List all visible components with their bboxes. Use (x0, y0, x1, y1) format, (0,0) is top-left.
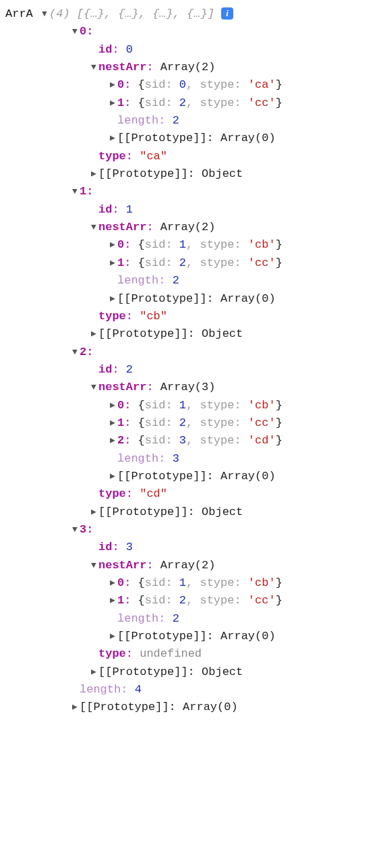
prop-type-row[interactable]: type: "ca" (5, 148, 382, 165)
chevron-right-icon[interactable]: ▶ (108, 256, 117, 270)
nest-proto-row[interactable]: ▶[[Prototype]]: Array(0) (5, 468, 382, 485)
prop-value: 2 (173, 612, 179, 625)
nest-item-row[interactable]: ▶0: {sid: 1, stype: 'cb'} (5, 397, 382, 414)
prop-value: 2 (173, 274, 179, 287)
chevron-down-icon[interactable]: ▼ (40, 7, 49, 21)
prop-id-row[interactable]: id: 3 (5, 539, 382, 556)
nest-sid: 2 (179, 416, 186, 429)
prop-value: "cd" (140, 487, 167, 500)
nest-item-row[interactable]: ▶1: {sid: 2, stype: 'cc'} (5, 414, 382, 432)
chevron-right-icon[interactable]: ▶ (108, 78, 117, 92)
chevron-right-icon[interactable]: ▶ (108, 132, 117, 145)
chevron-right-icon[interactable]: ▶ (89, 167, 98, 181)
prop-value: "ca" (140, 150, 167, 163)
prop-key: nestArr (98, 559, 146, 572)
chevron-right-icon[interactable]: ▶ (108, 416, 117, 430)
prop-id-row[interactable]: id: 0 (5, 41, 382, 59)
prop-key: id (98, 43, 112, 56)
chevron-down-icon[interactable]: ▼ (70, 185, 80, 198)
prop-type-row[interactable]: type: "cd" (5, 485, 382, 503)
obj-proto-row[interactable]: ▶[[Prototype]]: Object (5, 504, 382, 521)
nest-stype: 'cb' (248, 399, 276, 412)
prop-value: 2 (173, 114, 179, 127)
index-key: 3 (80, 523, 86, 536)
prop-type-row[interactable]: type: undefined (5, 645, 382, 663)
nest-length-row[interactable]: length: 2 (5, 610, 382, 628)
nest-proto-row[interactable]: ▶[[Prototype]]: Array(0) (5, 130, 382, 147)
chevron-right-icon[interactable]: ▶ (108, 97, 117, 110)
chevron-down-icon[interactable]: ▼ (89, 381, 98, 394)
chevron-down-icon[interactable]: ▼ (89, 221, 98, 234)
nest-length-row[interactable]: length: 3 (5, 450, 382, 468)
outer-length-row[interactable]: length: 4 (5, 681, 382, 699)
chevron-right-icon[interactable]: ▶ (108, 470, 117, 483)
nest-index: 2 (117, 434, 124, 447)
outer-proto-row[interactable]: ▶[[Prototype]]: Array(0) (5, 699, 382, 716)
nest-sid: 1 (179, 399, 186, 412)
chevron-right-icon[interactable]: ▶ (70, 701, 80, 714)
prop-value: Array(3) (160, 381, 216, 394)
prop-value: 3 (126, 541, 133, 553)
array-index-row[interactable]: ▼2: (5, 344, 382, 361)
nest-index: 1 (117, 594, 124, 607)
nest-item-row[interactable]: ▶2: {sid: 3, stype: 'cd'} (5, 432, 382, 450)
chevron-right-icon[interactable]: ▶ (108, 434, 117, 447)
chevron-right-icon[interactable]: ▶ (108, 292, 117, 306)
root-count: (4) (49, 7, 70, 20)
chevron-right-icon[interactable]: ▶ (108, 594, 117, 607)
nest-item-row[interactable]: ▶0: {sid: 1, stype: 'cb'} (5, 236, 382, 254)
prop-type-row[interactable]: type: "cb" (5, 308, 382, 325)
chevron-down-icon[interactable]: ▼ (89, 559, 98, 572)
array-index-row[interactable]: ▼1: (5, 183, 382, 200)
prop-id-row[interactable]: id: 2 (5, 361, 382, 379)
prop-key: nestArr (98, 221, 146, 234)
prop-key: type (98, 150, 126, 163)
obj-proto-row[interactable]: ▶[[Prototype]]: Object (5, 663, 382, 681)
nest-item-row[interactable]: ▶0: {sid: 1, stype: 'cb'} (5, 574, 382, 592)
prop-nestarr-row[interactable]: ▼nestArr: Array(2) (5, 59, 382, 76)
prop-value: Array(2) (160, 559, 216, 572)
proto-label: [[Prototype]]: Array(0) (117, 470, 276, 483)
nest-index: 1 (117, 416, 124, 429)
info-icon[interactable]: i (221, 7, 233, 20)
prop-key: length (80, 683, 121, 696)
nest-stype: 'cd' (248, 434, 276, 447)
console-root-row[interactable]: ArrA ▼(4) [{…}, {…}, {…}, {…}] i (5, 5, 382, 23)
chevron-right-icon[interactable]: ▶ (108, 630, 117, 643)
chevron-right-icon[interactable]: ▶ (108, 238, 117, 252)
prop-nestarr-row[interactable]: ▼nestArr: Array(2) (5, 219, 382, 236)
chevron-right-icon[interactable]: ▶ (89, 666, 98, 679)
array-index-row[interactable]: ▼0: (5, 23, 382, 40)
prop-value: 4 (135, 683, 142, 696)
prop-id-row[interactable]: id: 1 (5, 201, 382, 219)
obj-proto-row[interactable]: ▶[[Prototype]]: Object (5, 165, 382, 183)
obj-proto-row[interactable]: ▶[[Prototype]]: Object (5, 325, 382, 343)
prop-nestarr-row[interactable]: ▼nestArr: Array(3) (5, 379, 382, 396)
prop-key: type (98, 310, 126, 323)
prop-nestarr-row[interactable]: ▼nestArr: Array(2) (5, 557, 382, 574)
prop-value: "cb" (140, 310, 167, 323)
chevron-down-icon[interactable]: ▼ (70, 346, 80, 359)
nest-item-row[interactable]: ▶0: {sid: 0, stype: 'ca'} (5, 76, 382, 94)
prop-key: id (98, 541, 112, 553)
nest-sid: 2 (179, 256, 186, 269)
nest-proto-row[interactable]: ▶[[Prototype]]: Array(0) (5, 290, 382, 308)
nest-length-row[interactable]: length: 2 (5, 112, 382, 130)
chevron-down-icon[interactable]: ▼ (70, 25, 80, 38)
array-index-row[interactable]: ▼3: (5, 521, 382, 539)
chevron-down-icon[interactable]: ▼ (70, 523, 80, 537)
chevron-right-icon[interactable]: ▶ (89, 506, 98, 519)
prop-value: 1 (126, 203, 133, 216)
nest-proto-row[interactable]: ▶[[Prototype]]: Array(0) (5, 628, 382, 645)
nest-item-row[interactable]: ▶1: {sid: 2, stype: 'cc'} (5, 254, 382, 272)
chevron-right-icon[interactable]: ▶ (108, 576, 117, 590)
nest-item-row[interactable]: ▶1: {sid: 2, stype: 'cc'} (5, 592, 382, 609)
prop-key: nestArr (98, 381, 146, 394)
nest-length-row[interactable]: length: 2 (5, 272, 382, 290)
chevron-right-icon[interactable]: ▶ (108, 399, 117, 412)
nest-stype: 'cc' (248, 97, 276, 109)
nest-index: 0 (117, 399, 124, 412)
nest-item-row[interactable]: ▶1: {sid: 2, stype: 'cc'} (5, 94, 382, 112)
chevron-down-icon[interactable]: ▼ (89, 61, 98, 74)
chevron-right-icon[interactable]: ▶ (89, 327, 98, 341)
